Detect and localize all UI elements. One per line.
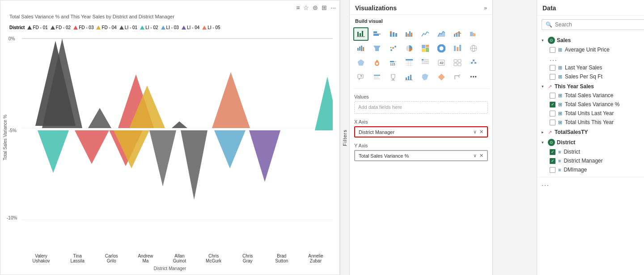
viz-icon-area[interactable] [434,27,449,41]
more-icon[interactable]: ··· [330,4,336,11]
checkbox-total-sales-var[interactable] [550,93,555,99]
svg-point-47 [392,47,394,49]
viz-icon-azure-map[interactable] [369,56,385,69]
viz-icon-waterfall[interactable] [353,42,369,55]
svg-marker-7 [88,108,111,128]
tree-dots-sales[interactable]: ... [537,54,644,63]
svg-rect-68 [406,59,413,60]
tree-item-sales-per-sq-ft[interactable]: ⊞ Sales Per Sq Ft [537,72,644,81]
viz-icon-bar[interactable] [369,27,385,41]
viz-icon-ribbon[interactable] [466,27,481,41]
svg-rect-32 [407,34,409,37]
viz-icon-decomp[interactable] [466,56,481,69]
checkbox-avg-unit-price[interactable] [550,47,555,53]
checkbox-total-units-ty[interactable] [550,120,555,125]
viz-icon-arrows[interactable] [450,70,465,84]
tree-group-header-district[interactable]: ▾ ⊙ District [537,138,644,147]
tree-item-last-year-sales[interactable]: ⊞ Last Year Sales [537,63,644,72]
tree-item-total-sales-var[interactable]: ⊞ Total Sales Variance [537,91,644,100]
y-axis-chip-remove[interactable]: ✕ [479,153,483,159]
viz-icon-stacked-bar[interactable] [386,27,401,41]
legend-item-li04: LI - 04 [182,25,199,30]
search-input[interactable] [555,21,644,28]
viz-icon-shape-map[interactable] [353,56,369,69]
viz-icon-more-viz[interactable]: ••• [466,70,481,84]
y-axis-chip-chevron[interactable]: ∨ [473,153,477,159]
tree-item-total-units-ty[interactable]: ⊞ Total Units This Year [537,118,644,127]
tree-item-district-manager[interactable]: ✓ ≡ District Manager [537,156,644,165]
svg-text:?: ? [360,74,362,78]
chevron-right-icon-tsty: ▸ [542,130,546,134]
legend-triangle-li04 [182,26,186,30]
viz-icon-table[interactable] [402,56,417,69]
viz-icon-diamond[interactable] [434,70,449,84]
hamburger-icon[interactable]: ≡ [296,4,300,11]
x-label-andrew: AndrewMa [132,254,159,263]
viz-icon-smart-narrative[interactable] [369,70,385,84]
legend-label-fd04: FD - 04 [102,25,116,30]
svg-rect-42 [359,47,360,51]
y-axis-chip[interactable]: Total Sales Variance % ∨ ✕ [354,150,488,161]
checkbox-district[interactable]: ✓ [550,149,555,155]
tree-item-total-units-ly[interactable]: ⊞ Total Units Last Year [537,109,644,118]
viz-expand-arrow[interactable]: » [484,5,487,11]
svg-marker-8 [172,121,187,128]
viz-icon-qna[interactable]: ? [353,70,369,84]
data-panel-footer[interactable]: ... [537,177,644,190]
viz-icon-bar-chart-2[interactable] [402,70,417,84]
tree-group-header-tsty[interactable]: ▸ ↗ TotalSalesTY [537,128,644,137]
filters-bar: Filters [340,0,350,275]
viz-icon-card[interactable]: 42 [434,56,449,69]
svg-rect-22 [362,31,363,36]
pin-icon[interactable]: ☆ [303,4,309,11]
viz-icon-gauge[interactable] [450,42,465,55]
x-label-allan: AllanGuinot [166,254,193,263]
viz-icon-funnel[interactable] [369,42,385,55]
tree-item-district[interactable]: ✓ ≡ District [537,147,644,156]
viz-icon-donut[interactable] [434,42,449,55]
values-drop-zone[interactable]: Add data fields here [354,101,488,114]
viz-icon-trophy[interactable] [386,70,401,84]
x-label-carlos: CarlosGrilo [98,254,125,263]
viz-icon-pie[interactable] [402,42,417,55]
viz-icon-matrix[interactable] [418,56,433,69]
checkbox-dmimage[interactable] [550,167,555,173]
viz-icon-treemap[interactable] [418,42,433,55]
values-label: Values [354,94,488,99]
viz-icon-combo[interactable] [450,27,465,41]
viz-icon-multi-card[interactable] [450,56,465,69]
viz-icon-col-grouped[interactable] [402,27,417,41]
x-axis-chip-value: District Manager [359,129,394,135]
district-group-icon: ⊙ [548,139,555,146]
viz-icon-scatter[interactable] [353,27,369,41]
viz-icon-scatter2[interactable] [386,42,401,55]
svg-marker-11 [75,130,109,164]
legend-triangle-fd03 [73,26,78,30]
svg-point-49 [390,47,392,48]
checkbox-district-manager[interactable]: ✓ [550,158,555,164]
tree-item-total-sales-var-pct[interactable]: ✓ ⊞ Total Sales Variance % [537,100,644,109]
checkbox-total-units-ly[interactable] [550,111,555,116]
svg-rect-75 [422,61,424,62]
x-axis-chip-chevron[interactable]: ∨ [473,129,477,135]
checkbox-last-year-sales[interactable] [550,65,555,71]
tree-group-header-sales[interactable]: ▾ ⊙ Sales [537,35,644,45]
checkbox-total-sales-var-pct[interactable]: ✓ [550,102,555,107]
svg-rect-84 [458,63,461,66]
viz-icon-line[interactable] [418,27,433,41]
viz-icon-map[interactable] [466,42,481,55]
tree-item-avg-unit-price[interactable]: ⊞ Average Unit Price [537,45,644,54]
tree-item-dmimage[interactable]: ≡ DMImage [537,165,644,174]
x-axis-chip[interactable]: District Manager ∨ ✕ [354,126,488,138]
expand-icon[interactable]: ⊞ [322,4,327,11]
viz-icon-filled-map[interactable] [418,70,433,84]
x-axis-chip-remove[interactable]: ✕ [479,129,483,135]
checkbox-sales-per-sq-ft[interactable] [550,74,555,80]
svg-rect-99 [408,76,409,80]
search-box[interactable]: 🔍 [542,19,644,30]
filter-icon[interactable]: ⊜ [313,4,318,11]
chevron-down-icon-district: ▾ [542,140,546,145]
chart-title: Total Sales Variance % and This Year Sal… [9,14,174,19]
viz-icon-kpi[interactable]: 123 [386,56,401,69]
tree-group-header-tys[interactable]: ▾ ↗ This Year Sales [537,82,644,91]
